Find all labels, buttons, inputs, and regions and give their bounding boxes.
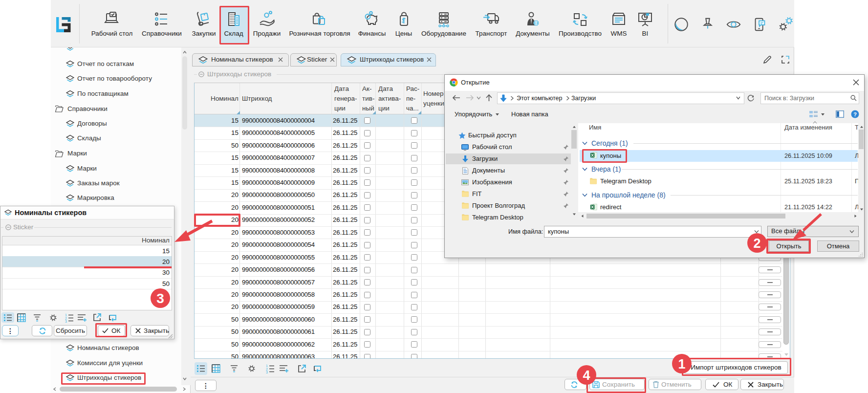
svg-text:?: ? [853, 111, 857, 117]
svg-text:3: 3 [266, 371, 268, 373]
svg-text:3: 3 [65, 320, 67, 323]
